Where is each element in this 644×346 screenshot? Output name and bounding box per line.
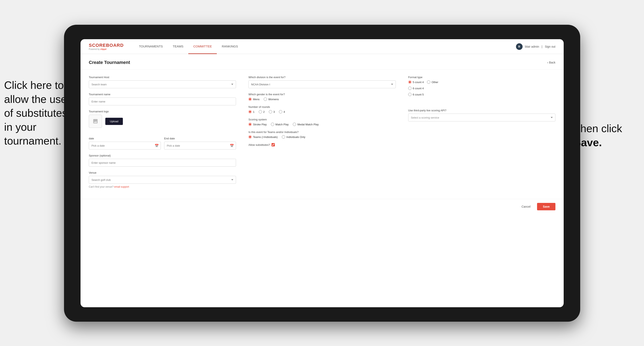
logo-upload-area: Upload [89, 115, 236, 128]
gender-mens-radio[interactable] [248, 98, 252, 101]
start-date-field: date 📅 [89, 137, 161, 150]
format-6count5[interactable]: 6 count 5 [408, 93, 424, 96]
scoring-stroke[interactable]: Stroke Play [248, 123, 266, 126]
format-5count4-radio[interactable] [408, 80, 412, 84]
nav-committee[interactable]: COMMITTEE [188, 39, 217, 54]
venue-group: Venue Can't find your venue? email suppo… [89, 171, 236, 188]
format-other-radio[interactable] [427, 80, 430, 84]
rounds-2-radio[interactable] [259, 110, 262, 113]
scoring-match[interactable]: Match Play [271, 123, 289, 126]
back-link[interactable]: ‹ Back [547, 61, 556, 64]
scoring-group: Scoring system Stroke Play Match Play [248, 118, 396, 126]
powered-by-label: Powered by clippd [89, 48, 124, 50]
rounds-3[interactable]: 3 [269, 110, 275, 113]
format-row-1: 5 count 4 Other [408, 80, 556, 84]
team-teams-radio[interactable] [248, 135, 252, 139]
scoring-medal-match[interactable]: Medal Match Play [293, 123, 318, 126]
format-row-3: 6 count 5 [408, 93, 556, 96]
team-group: Is this event for Teams and/or Individua… [248, 131, 396, 139]
form-footer: Cancel Save [80, 199, 564, 214]
substitutes-group: Allow substitutes? [248, 143, 396, 146]
scoring-api-label: Use third-party live scoring API? [408, 109, 556, 112]
tournament-host-label: Tournament Host [89, 76, 236, 79]
logo-scoreboard: SCOREBOARD [89, 43, 124, 48]
start-date-label: date [89, 137, 161, 140]
rounds-3-radio[interactable] [269, 110, 272, 113]
rounds-1[interactable]: 1 [248, 110, 254, 113]
gender-womens[interactable]: Womens [264, 98, 279, 101]
format-5count4[interactable]: 5 count 4 [408, 80, 424, 84]
annotation-left: Click here to allow the use of substitut… [4, 78, 74, 148]
rounds-1-radio[interactable] [248, 110, 252, 113]
team-individuals[interactable]: Individuals Only [282, 135, 306, 139]
start-date-input[interactable] [89, 142, 161, 150]
calendar-icon-end: 📅 [230, 144, 234, 148]
team-radio-group: Teams (+Individuals) Individuals Only [248, 135, 396, 139]
rounds-2[interactable]: 2 [259, 110, 265, 113]
scoring-label: Scoring system [248, 118, 396, 121]
scoring-match-radio[interactable] [271, 123, 274, 126]
gender-mens[interactable]: Mens [248, 98, 260, 101]
save-button[interactable]: Save [537, 203, 556, 210]
rounds-label: Number of rounds [248, 105, 396, 108]
rounds-4[interactable]: 4 [279, 110, 285, 113]
sponsor-input[interactable] [89, 159, 236, 167]
sign-out-link[interactable]: Sign out [545, 45, 556, 48]
rounds-4-radio[interactable] [279, 110, 282, 113]
nav-rankings[interactable]: RANKINGS [217, 39, 243, 54]
cancel-button[interactable]: Cancel [518, 203, 534, 210]
form-col-2: Which division is the event for? NCAA Di… [248, 76, 396, 193]
user-name: blair admin [525, 45, 539, 48]
tournament-name-group: Tournament name [89, 93, 236, 105]
format-type-group: Format type 5 count 4 Other [408, 76, 556, 96]
format-row-2: 6 count 4 [408, 87, 556, 90]
format-6count5-radio[interactable] [408, 93, 412, 96]
gender-label: Which gender is the event for? [248, 93, 396, 96]
navbar: SCOREBOARD Powered by clippd TOURNAMENTS… [80, 39, 564, 54]
form-col-3: Format type 5 count 4 Other [408, 76, 556, 193]
tournament-name-input[interactable] [89, 98, 236, 105]
end-date-input[interactable] [164, 142, 236, 150]
tournament-host-input[interactable] [89, 80, 236, 88]
gender-group: Which gender is the event for? Mens Wome… [248, 93, 396, 101]
logo-area: SCOREBOARD Powered by clippd [89, 43, 124, 50]
rounds-radio-group: 1 2 3 4 [248, 110, 396, 113]
image-icon [92, 118, 98, 124]
nav-teams[interactable]: TEAMS [168, 39, 188, 54]
gender-radio-group: Mens Womens [248, 98, 396, 101]
scoring-api-group: Use third-party live scoring API? Select… [408, 109, 556, 122]
calendar-icon: 📅 [155, 144, 159, 148]
division-group: Which division is the event for? NCAA Di… [248, 76, 396, 88]
substitutes-item: Allow substitutes? [248, 143, 396, 146]
tablet-frame: SCOREBOARD Powered by clippd TOURNAMENTS… [64, 25, 580, 322]
format-other[interactable]: Other [427, 80, 438, 84]
scoring-api-select[interactable]: Select a scoring service [408, 114, 556, 122]
rounds-group: Number of rounds 1 2 3 [248, 105, 396, 113]
venue-label: Venue [89, 171, 236, 174]
tournament-logo-group: Tournament logo Upload [89, 110, 236, 132]
upload-button[interactable]: Upload [105, 118, 123, 125]
venue-footer: Can't find your venue? email support [89, 185, 236, 188]
logo-placeholder [89, 115, 102, 128]
team-individuals-radio[interactable] [282, 135, 285, 139]
venue-input[interactable] [89, 176, 236, 184]
division-select[interactable]: NCAA Division I [248, 80, 396, 88]
scoring-radio-group: Stroke Play Match Play Medal Match Play [248, 123, 396, 126]
tournament-logo-label: Tournament logo [89, 110, 236, 113]
avatar: B [516, 43, 522, 50]
nav-tournaments[interactable]: TOURNAMENTS [134, 39, 168, 54]
allow-substitutes-checkbox[interactable] [272, 143, 275, 146]
scoring-stroke-radio[interactable] [248, 123, 252, 126]
end-date-label: End date [164, 137, 236, 140]
gender-womens-radio[interactable] [264, 98, 267, 101]
end-date-field: End date 📅 [164, 137, 236, 150]
format-6count4-radio[interactable] [408, 87, 412, 90]
separator: | [542, 45, 542, 48]
scoring-medal-match-radio[interactable] [293, 123, 296, 126]
format-6count4[interactable]: 6 count 4 [408, 87, 424, 90]
email-support-link[interactable]: email support [114, 185, 129, 188]
team-label: Is this event for Teams and/or Individua… [248, 131, 396, 134]
tournament-name-label: Tournament name [89, 93, 236, 96]
date-row: date 📅 End date 📅 [89, 137, 236, 150]
team-teams[interactable]: Teams (+Individuals) [248, 135, 278, 139]
